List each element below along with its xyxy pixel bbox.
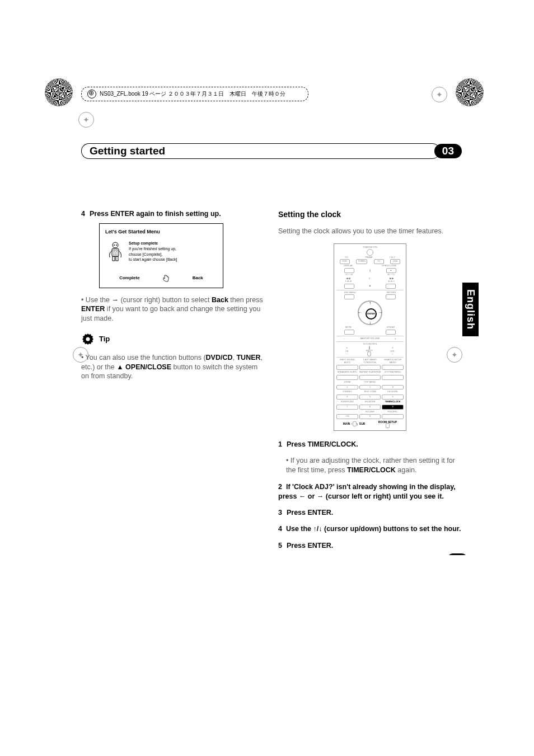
chapter-number: 03 — [434, 144, 462, 158]
hand-cursor-icon — [162, 274, 170, 282]
step-3-text: Press ENTER. — [287, 508, 333, 518]
svg-point-9 — [113, 254, 114, 255]
svg-rect-13 — [116, 256, 118, 261]
tip-text: • You can also use the function buttons … — [81, 353, 265, 382]
sc-line3: to start again choose [Back] — [129, 257, 177, 262]
svg-point-14 — [86, 337, 90, 341]
cursor-right-note: • Use the → (cursor right) button to sel… — [81, 295, 265, 324]
step-4b: 4 Use the ↑/↓ (cursor up/down) buttons t… — [278, 524, 462, 534]
svg-point-8 — [116, 252, 117, 253]
svg-rect-12 — [113, 256, 115, 261]
step-4-text: Press ENTER again to finish setting up. — [90, 209, 221, 219]
step-5-text: Press ENTER. — [287, 541, 333, 551]
svg-point-1 — [114, 245, 115, 246]
sc-back-button: Back — [193, 275, 203, 281]
step-4-number: 4 — [81, 209, 85, 219]
arrow-right-icon: → — [378, 310, 382, 316]
standby-icon — [367, 249, 373, 256]
svg-point-11 — [116, 254, 117, 255]
setting-clock-intro: Setting the clock allows you to use the … — [278, 227, 462, 236]
svg-point-7 — [115, 252, 115, 253]
arrow-left-icon: ← — [358, 310, 362, 316]
right-column: Setting the clock Setting the clock allo… — [278, 209, 462, 555]
setting-clock-heading: Setting the clock — [278, 209, 462, 220]
sc-line1: If you're finished setting up, — [129, 246, 177, 252]
svg-rect-5 — [116, 250, 118, 251]
chapter-title: Getting started — [81, 143, 440, 159]
step-2: 2 If 'Clock ADJ?' isn't already showing … — [278, 482, 462, 501]
left-column: 4 Press ENTER again to finish setting up… — [81, 209, 265, 555]
chapter-header: Getting started 03 — [81, 143, 462, 159]
svg-point-6 — [113, 252, 114, 253]
tip-header: Tip — [81, 332, 265, 346]
remote-dpad: ENTER ↑ ↓ ← → — [358, 300, 382, 325]
svg-point-10 — [115, 254, 115, 255]
setup-complete-screenshot: Let's Get Started Menu — [99, 223, 223, 288]
step-3-number: 3 — [278, 508, 282, 518]
tip-label: Tip — [99, 334, 110, 344]
step-1-bullet: • If you are adjusting the clock, rather… — [286, 456, 462, 475]
enter-button: ENTER — [366, 308, 377, 320]
step-1-number: 1 — [278, 440, 282, 449]
gear-icon — [81, 332, 95, 346]
step-5-number: 5 — [278, 541, 282, 551]
step-1-text: Press TIMER/CLOCK. — [287, 440, 358, 449]
page-number: 19 En — [447, 553, 467, 555]
sc-line2: choose [Complete], — [129, 252, 177, 257]
svg-point-2 — [116, 245, 117, 246]
remote-control-diagram: STANDBY/ON CD FM/AM L1/L2 DVD TUNER TV L… — [334, 243, 406, 431]
sc-setup-complete: Setup complete — [129, 241, 177, 246]
arrow-up-icon: ↑ — [369, 300, 371, 306]
file-meta-text: NS03_ZFL.book 19 ページ ２００３年７月３１日 木曜日 午後７時… — [100, 90, 285, 98]
robot-icon — [105, 241, 125, 269]
svg-rect-4 — [113, 250, 115, 251]
page-number-value: 19 — [447, 553, 467, 555]
arrow-down-icon: ↓ — [369, 320, 371, 326]
file-meta-bar: NS03_ZFL.book 19 ページ ２００３年７月３１日 木曜日 午後７時… — [81, 87, 308, 101]
meta-icon — [87, 90, 96, 98]
language-tab: English — [462, 283, 479, 336]
svg-point-0 — [113, 242, 118, 248]
print-mark-tl — [45, 78, 73, 106]
screenshot-title: Let's Get Started Menu — [105, 228, 217, 235]
sc-complete-button: Complete — [119, 275, 139, 281]
